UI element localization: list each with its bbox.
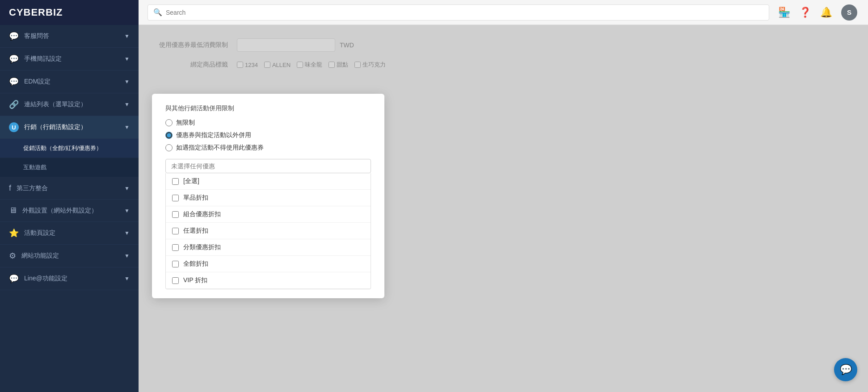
checklist: [全選] 單品折扣 組合優惠折扣 任選折扣 分類優惠折扣 全館折扣 VIP 折扣 xyxy=(165,173,371,289)
sms-icon: 💬 xyxy=(9,54,19,64)
header-icons: 🏪 ❓ 🔔 S xyxy=(778,4,868,21)
sidebar-label-line: Line@功能設定 xyxy=(24,275,67,283)
checklist-item-all[interactable]: [全選] xyxy=(166,173,371,190)
search-bar[interactable]: 🔍 xyxy=(147,4,769,21)
chevron-down-icon: ▼ xyxy=(124,185,130,192)
radio-except-specified-input[interactable] xyxy=(165,132,173,139)
radio-except-specified-label: 優惠券與指定活動以外併用 xyxy=(176,131,251,139)
radio-unlimited[interactable]: 無限制 xyxy=(165,119,371,127)
restriction-modal: 與其他行銷活動併用限制 無限制 優惠券與指定活動以外併用 如遇指定活動不得使用此… xyxy=(152,94,384,298)
header: CYBERBIZ 🔍 🏪 ❓ 🔔 S xyxy=(0,0,868,25)
checklist-all-label: [全選] xyxy=(183,177,199,185)
checklist-item-combo-discount[interactable]: 組合優惠折扣 xyxy=(166,206,371,223)
checklist-optional-discount-label: 任選折扣 xyxy=(183,227,208,235)
logo: CYBERBIZ xyxy=(9,7,63,18)
avatar[interactable]: S xyxy=(841,4,857,21)
checklist-category-discount-checkbox[interactable] xyxy=(172,244,179,251)
checklist-single-discount-checkbox[interactable] xyxy=(172,195,179,201)
checklist-all-checkbox[interactable] xyxy=(172,178,179,185)
sidebar-item-customer-service[interactable]: 💬 客服問答 ▼ xyxy=(0,25,139,48)
checklist-single-discount-label: 單品折扣 xyxy=(183,194,208,202)
chat-icon: 💬 xyxy=(840,364,852,375)
chevron-down-icon: ▼ xyxy=(124,33,130,39)
sidebar-item-appearance[interactable]: 🖥 外觀設置（網站外觀設定） ▼ xyxy=(0,200,139,222)
sidebar-label-edm: EDM設定 xyxy=(24,78,51,86)
sidebar-item-edm[interactable]: 💬 EDM設定 ▼ xyxy=(0,71,139,93)
sidebar-label-third-party: 第三方整合 xyxy=(17,184,48,192)
help-icon[interactable]: ❓ xyxy=(799,7,811,18)
checklist-item-single-discount[interactable]: 單品折扣 xyxy=(166,190,371,206)
checklist-item-category-discount[interactable]: 分類優惠折扣 xyxy=(166,239,371,256)
search-input[interactable] xyxy=(166,9,763,16)
chevron-down-icon: ▼ xyxy=(124,124,130,130)
radio-except-specified[interactable]: 優惠券與指定活動以外併用 xyxy=(165,131,371,139)
sidebar-label-appearance: 外觀設置（網站外觀設定） xyxy=(22,207,97,215)
sidebar-sub-item-games[interactable]: 互動遊戲 xyxy=(0,158,139,177)
checklist-optional-discount-checkbox[interactable] xyxy=(172,228,179,234)
sidebar: 💬 客服問答 ▼ 💬 手機簡訊設定 ▼ 💬 EDM設定 ▼ 🔗 連結列表（選單設… xyxy=(0,25,139,392)
radio-group: 無限制 優惠券與指定活動以外併用 如遇指定活動不得使用此優惠券 xyxy=(165,119,371,152)
checklist-category-discount-label: 分類優惠折扣 xyxy=(183,243,221,251)
radio-unlimited-input[interactable] xyxy=(165,119,173,126)
site-functions-icon: ⚙ xyxy=(9,251,16,261)
radio-no-specified-input[interactable] xyxy=(165,144,173,151)
chevron-down-icon: ▼ xyxy=(124,253,130,259)
sidebar-item-line[interactable]: 💬 Line@功能設定 ▼ xyxy=(0,267,139,290)
checklist-item-optional-discount[interactable]: 任選折扣 xyxy=(166,223,371,239)
events-icon: ⭐ xyxy=(9,228,19,238)
logo-area: CYBERBIZ xyxy=(0,0,139,25)
sidebar-item-events[interactable]: ⭐ 活動頁設定 ▼ xyxy=(0,222,139,245)
customer-service-icon: 💬 xyxy=(9,31,19,41)
line-icon: 💬 xyxy=(9,274,19,284)
checklist-store-discount-checkbox[interactable] xyxy=(172,261,179,267)
chevron-down-icon: ▼ xyxy=(124,208,130,214)
sidebar-label-sms: 手機簡訊設定 xyxy=(24,55,62,63)
checklist-item-vip-discount[interactable]: VIP 折扣 xyxy=(166,272,371,289)
sidebar-label-customer-service: 客服問答 xyxy=(24,32,49,40)
restriction-label: 與其他行銷活動併用限制 xyxy=(165,104,371,113)
chevron-down-icon: ▼ xyxy=(124,275,130,282)
checklist-combo-discount-checkbox[interactable] xyxy=(172,211,179,218)
connections-icon: 🔗 xyxy=(9,100,19,109)
third-party-icon: f xyxy=(9,183,11,193)
appearance-icon: 🖥 xyxy=(9,206,17,215)
sidebar-label-connections: 連結列表（選單設定） xyxy=(24,100,87,108)
chevron-down-icon: ▼ xyxy=(124,56,130,62)
sidebar-item-marketing[interactable]: U 行銷（行銷活動設定） ▼ xyxy=(0,116,139,139)
sidebar-sub-item-promotions[interactable]: 促銷活動（全館/紅利/優惠券） xyxy=(0,139,139,158)
sidebar-item-connections[interactable]: 🔗 連結列表（選單設定） ▼ xyxy=(0,93,139,116)
sidebar-label-site-functions: 網站功能設定 xyxy=(21,252,59,260)
checklist-vip-discount-label: VIP 折扣 xyxy=(183,276,207,284)
radio-no-specified-label: 如遇指定活動不得使用此優惠券 xyxy=(176,144,264,152)
checklist-store-discount-label: 全館折扣 xyxy=(183,260,208,268)
dropdown-search-input[interactable] xyxy=(165,159,371,173)
checklist-item-add-on[interactable]: 加價購 xyxy=(166,289,371,289)
checklist-item-store-discount[interactable]: 全館折扣 xyxy=(166,256,371,272)
sidebar-sub-marketing: 促銷活動（全館/紅利/優惠券） 互動遊戲 xyxy=(0,139,139,177)
radio-unlimited-label: 無限制 xyxy=(176,119,195,127)
chevron-down-icon: ▼ xyxy=(124,79,130,85)
marketing-icon: U xyxy=(9,122,19,132)
edm-icon: 💬 xyxy=(9,77,19,87)
store-icon[interactable]: 🏪 xyxy=(778,7,790,18)
checklist-combo-discount-label: 組合優惠折扣 xyxy=(183,210,221,218)
sidebar-label-events: 活動頁設定 xyxy=(24,229,55,237)
radio-no-specified[interactable]: 如遇指定活動不得使用此優惠券 xyxy=(165,144,371,152)
notification-icon[interactable]: 🔔 xyxy=(820,7,832,18)
sidebar-item-site-functions[interactable]: ⚙ 網站功能設定 ▼ xyxy=(0,245,139,267)
sidebar-item-sms[interactable]: 💬 手機簡訊設定 ▼ xyxy=(0,48,139,71)
sidebar-label-marketing: 行銷（行銷活動設定） xyxy=(24,123,87,131)
search-icon: 🔍 xyxy=(153,8,162,17)
checklist-vip-discount-checkbox[interactable] xyxy=(172,277,179,284)
chevron-down-icon: ▼ xyxy=(124,230,130,236)
chat-button[interactable]: 💬 xyxy=(834,358,857,381)
sidebar-item-third-party[interactable]: f 第三方整合 ▼ xyxy=(0,177,139,200)
chevron-down-icon: ▼ xyxy=(124,101,130,108)
